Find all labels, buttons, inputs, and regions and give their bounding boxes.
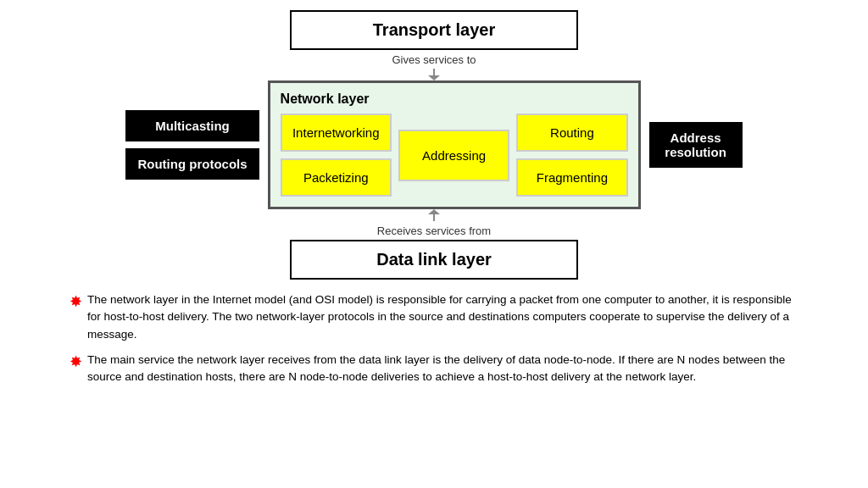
gives-services-label: Gives services to: [392, 53, 476, 66]
internetworking-box: Internetworking: [281, 114, 392, 152]
paragraph-2: ✸ The main service the network layer rec…: [70, 352, 798, 386]
data-link-layer-box: Data link layer: [290, 240, 578, 280]
bullet-star-2: ✸: [70, 351, 82, 374]
receives-services-label: Receives services from: [377, 225, 491, 237]
network-layer-box: Network layer Internetworking Addressing…: [268, 80, 641, 209]
left-side-labels: Multicasting Routing protocols: [125, 110, 259, 180]
network-layer-title: Network layer: [281, 92, 628, 107]
address-resolution-label: Address resolution: [649, 122, 743, 168]
arrow-down-icon: [428, 69, 440, 80]
paragraph-1-text: The network layer in the Internet model …: [87, 291, 798, 343]
receives-services-connector: Receives services from: [70, 209, 798, 240]
bullet-star-1: ✸: [70, 291, 82, 313]
right-side-labels: Address resolution: [649, 122, 743, 168]
arrow-up-icon: [428, 209, 440, 221]
paragraph-2-text: The main service the network layer recei…: [87, 352, 798, 386]
main-container: Transport layer Gives services to Multic…: [0, 0, 868, 401]
network-grid: Internetworking Addressing Routing Packe…: [281, 114, 628, 197]
addressing-box: Addressing: [398, 130, 509, 181]
routing-box: Routing: [516, 114, 627, 152]
text-content: ✸ The network layer in the Internet mode…: [70, 291, 798, 394]
middle-row: Multicasting Routing protocols Network l…: [70, 80, 798, 209]
packetizing-box: Packetizing: [281, 158, 392, 197]
paragraph-1: ✸ The network layer in the Internet mode…: [70, 291, 798, 343]
fragmenting-box: Fragmenting: [516, 158, 627, 197]
transport-layer-box: Transport layer: [290, 10, 578, 50]
transport-layer-label: Transport layer: [373, 20, 496, 39]
routing-protocols-label: Routing protocols: [125, 148, 259, 180]
gives-services-connector: Gives services to: [70, 50, 798, 80]
svg-marker-3: [428, 209, 440, 214]
diagram-area: Transport layer Gives services to Multic…: [70, 10, 798, 280]
multicasting-label: Multicasting: [125, 110, 259, 141]
data-link-layer-label: Data link layer: [376, 250, 492, 269]
svg-marker-1: [428, 75, 440, 80]
